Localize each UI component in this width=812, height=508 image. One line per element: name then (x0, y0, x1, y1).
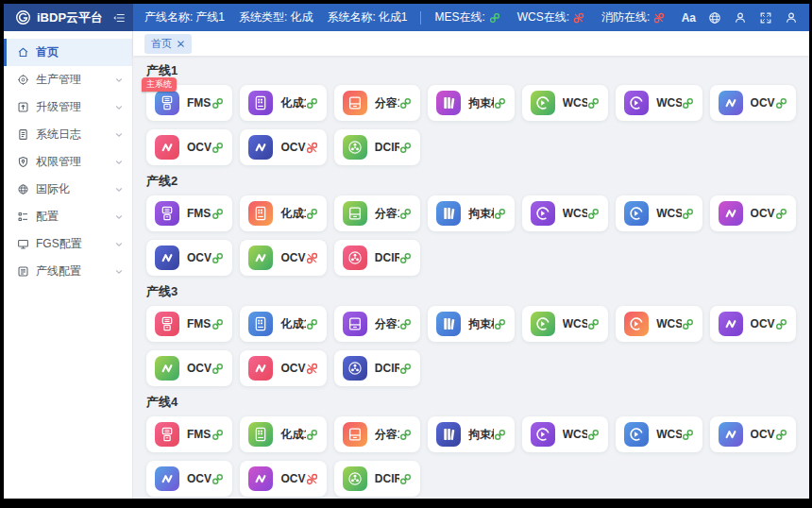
dcir-icon (343, 356, 367, 381)
chain-icon[interactable] (587, 208, 600, 220)
sidebar-item-home[interactable]: 首页 (4, 39, 132, 66)
chain-icon[interactable] (211, 363, 224, 375)
app-card-formation[interactable]: 化成1 (240, 306, 326, 342)
chain-icon[interactable] (682, 97, 694, 110)
chain-icon[interactable] (682, 208, 694, 220)
app-card-grading[interactable]: 分容1 (334, 416, 420, 452)
chain-broken-icon[interactable] (306, 252, 318, 264)
app-card-formation[interactable]: 化成1 (240, 85, 326, 121)
app-card-wcs[interactable]: WCS2 (616, 416, 702, 452)
app-card-restraint[interactable]: 拘束机 (428, 195, 514, 231)
chain-icon[interactable] (211, 318, 224, 330)
app-card-fms[interactable]: FMS1 (146, 416, 232, 452)
app-card-wcs[interactable]: WCS1 (522, 416, 608, 452)
chain-broken-icon[interactable] (306, 142, 318, 154)
chain-icon[interactable] (775, 97, 787, 110)
chain-icon[interactable] (399, 363, 412, 375)
chain-icon[interactable] (775, 318, 787, 330)
chain-icon[interactable] (494, 429, 506, 441)
app-card-wcs[interactable]: WCS2 (616, 306, 702, 342)
app-card-ocv[interactable]: OCV2 (146, 129, 232, 165)
app-card-formation[interactable]: 化成1 (240, 416, 326, 452)
chain-icon[interactable] (211, 208, 224, 220)
chain-icon[interactable] (399, 97, 412, 110)
app-card-ocv[interactable]: OCV1 (710, 306, 796, 342)
chain-icon[interactable] (682, 318, 694, 330)
app-card-ocv[interactable]: OCV3 (240, 240, 326, 276)
chain-icon[interactable] (587, 429, 600, 441)
chevron-down-icon (114, 103, 124, 112)
app-card-dcir[interactable]: DCIR1 (334, 461, 420, 497)
sidebar-item-production[interactable]: 生产管理 (4, 66, 132, 93)
font-size-button[interactable]: Aa (682, 11, 696, 25)
app-card-fms[interactable]: FMS1 (146, 195, 232, 231)
sidebar-item-fgs-config[interactable]: FGS配置 (4, 230, 132, 258)
app-card-fms[interactable]: FMS1 (146, 306, 232, 342)
chain-icon[interactable] (306, 318, 318, 330)
menu-fold-icon[interactable] (112, 11, 126, 25)
chain-icon[interactable] (494, 208, 506, 220)
app-card-ocv[interactable]: OCV1 (710, 195, 796, 231)
chain-icon[interactable] (775, 429, 787, 441)
sidebar-item-config[interactable]: 配置 (4, 203, 132, 230)
chain-broken-icon[interactable] (306, 363, 318, 375)
app-card-restraint[interactable]: 拘束机 (428, 416, 514, 452)
chain-icon[interactable] (211, 252, 224, 264)
app-card-restraint[interactable]: 拘束机 (428, 306, 514, 342)
chain-icon[interactable] (211, 142, 224, 154)
chain-icon[interactable] (306, 97, 318, 110)
chain-icon[interactable] (494, 97, 506, 110)
chain-icon[interactable] (775, 208, 787, 220)
chain-icon[interactable] (587, 318, 600, 330)
tab-home[interactable]: 首页 (144, 34, 192, 54)
app-card-formation[interactable]: 化成1 (240, 195, 326, 231)
chain-icon[interactable] (306, 429, 318, 441)
language-icon[interactable] (708, 11, 721, 25)
app-card-wcs[interactable]: WCS1 (522, 306, 608, 342)
app-card-wcs[interactable]: WCS1 (522, 195, 608, 231)
close-icon[interactable] (177, 40, 185, 48)
app-card-fms[interactable]: 主系统FMS1 (146, 85, 232, 121)
chain-icon[interactable] (399, 473, 412, 485)
app-card-ocv[interactable]: OCV3 (240, 129, 326, 165)
sidebar-item-i18n[interactable]: 国际化 (4, 176, 132, 203)
chain-icon[interactable] (494, 318, 506, 330)
theme-icon[interactable] (734, 11, 747, 25)
app-card-dcir[interactable]: DCIR1 (334, 240, 420, 276)
chain-icon[interactable] (211, 97, 224, 110)
chain-icon[interactable] (399, 208, 412, 220)
chain-icon[interactable] (682, 429, 694, 441)
chain-icon[interactable] (399, 252, 412, 264)
chain-icon[interactable] (211, 429, 224, 441)
app-card-ocv[interactable]: OCV1 (710, 85, 796, 121)
app-card-ocv[interactable]: OCV3 (240, 350, 326, 386)
app-card-ocv[interactable]: OCV3 (240, 461, 326, 497)
chain-icon[interactable] (306, 208, 318, 220)
chain-icon[interactable] (211, 473, 224, 485)
app-card-grading[interactable]: 分容1 (334, 85, 420, 121)
chain-icon[interactable] (399, 429, 412, 441)
chain-icon[interactable] (399, 318, 412, 330)
app-card-ocv[interactable]: OCV2 (146, 350, 232, 386)
user-icon[interactable] (785, 11, 798, 25)
sidebar-item-upgrade[interactable]: 升级管理 (4, 93, 132, 121)
app-card-wcs[interactable]: WCS2 (616, 85, 702, 121)
app-card-ocv[interactable]: OCV2 (146, 240, 232, 276)
chain-icon[interactable] (587, 97, 600, 110)
app-card-ocv[interactable]: OCV1 (710, 416, 796, 452)
app-card-ocv[interactable]: OCV2 (146, 461, 232, 497)
chevron-down-icon (114, 130, 124, 140)
app-card-wcs[interactable]: WCS1 (522, 85, 608, 121)
app-card-wcs[interactable]: WCS2 (616, 195, 702, 231)
sidebar-item-permission[interactable]: 权限管理 (4, 148, 132, 176)
app-card-grading[interactable]: 分容1 (334, 306, 420, 342)
app-card-grading[interactable]: 分容1 (334, 195, 420, 231)
app-card-dcir[interactable]: DCIR1 (334, 129, 420, 165)
fullscreen-icon[interactable] (759, 11, 772, 25)
sidebar-item-line-config[interactable]: 产线配置 (4, 258, 132, 285)
app-card-dcir[interactable]: DCIR1 (334, 350, 420, 386)
chain-icon[interactable] (399, 142, 412, 154)
sidebar-item-system-log[interactable]: 系统日志 (4, 121, 132, 148)
app-card-restraint[interactable]: 拘束机 (428, 85, 514, 121)
chain-broken-icon[interactable] (306, 473, 318, 485)
